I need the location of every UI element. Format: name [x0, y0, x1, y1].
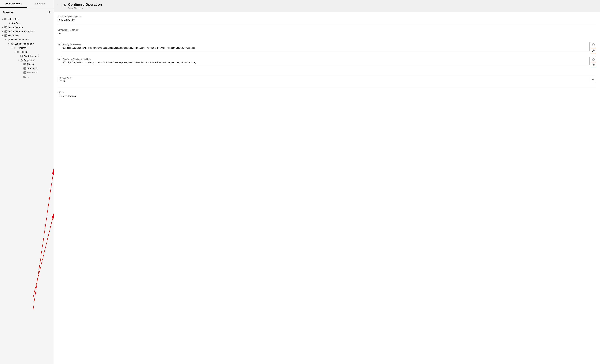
label-starttime: startTime: [11, 22, 20, 25]
tree-item-downloadfile-req[interactable]: ▶ $DownloadFile_REQUEST: [0, 29, 54, 34]
directory-value: $UnzipFile/ns10:UnzipResponse/ns11:ListF…: [63, 61, 588, 64]
chevron-unzipresponse: ▼: [5, 39, 7, 41]
tree-item-properties[interactable]: ▼ Properties *: [0, 58, 54, 62]
label-downloadfile: $DownloadFile: [8, 26, 23, 29]
svg-rect-7: [6, 30, 7, 32]
tree-item-directory[interactable]: abc directory *: [0, 66, 54, 71]
label-filetype: filetype *: [27, 63, 36, 66]
svg-point-16: [19, 51, 20, 51]
remove-trailer-select[interactable]: Remove Trailer None ▼: [58, 76, 596, 83]
svg-rect-6: [5, 30, 6, 32]
config-file-ref-group: Configure File Reference No: [58, 29, 596, 34]
remove-trailer-label: Remove Trailer: [60, 77, 588, 79]
sources-header: Sources: [0, 8, 54, 17]
tree-item-filetype[interactable]: abc filetype *: [0, 62, 54, 66]
label-icsfile: ICSFile: [21, 51, 28, 53]
sources-title: Sources: [2, 11, 14, 14]
file-name-box[interactable]: Specify the File Name $UnzipFile/ns10:Un…: [61, 42, 590, 51]
file-name-value: $UnzipFile/ns10:UnzipResponse/ns12:ListF…: [63, 46, 588, 49]
chevron-downloadfile-req: ▶: [1, 31, 4, 32]
divider1: [58, 25, 596, 25]
file-name-icons: [591, 42, 596, 54]
icon-downloadfile-req: [4, 30, 7, 33]
file-name-field-label: Specify the File Name: [63, 44, 588, 46]
label-listfilesresponse: ListFilesResponse *: [14, 43, 34, 45]
header-icon: [61, 2, 66, 8]
label-filename: filename *: [27, 71, 37, 74]
stage-op-value: Read Entire File: [58, 18, 596, 21]
diamond-btn-directory[interactable]: [591, 57, 596, 62]
icon-unzipresponse: [7, 38, 10, 41]
right-panel: ⋮ Configure Operation Stage File action …: [54, 0, 600, 364]
icon-starttime: ⏱: [7, 22, 10, 25]
svg-rect-3: [6, 18, 7, 20]
config-header: ⋮ Configure Operation Stage File action: [54, 0, 600, 12]
svg-rect-32: [62, 4, 65, 6]
svg-rect-4: [5, 27, 6, 28]
svg-rect-9: [6, 35, 7, 36]
label-unzipfile: $UnzipFile: [8, 34, 19, 37]
drag-handle: ⋮: [56, 2, 59, 7]
tree-item-filereference[interactable]: abc FileReference *: [0, 54, 54, 58]
chevron-listfilesresponse: ▼: [8, 43, 10, 45]
directory-icons: [591, 57, 596, 68]
stage-op-group: Choose Stage File Operation Read Entire …: [58, 16, 596, 21]
tree-item-unzipfile[interactable]: ▼ $UnzipFile: [0, 34, 54, 38]
svg-text:abc: abc: [24, 64, 26, 65]
config-body: Choose Stage File Operation Read Entire …: [54, 12, 600, 101]
chevron-unzipfile: ▼: [1, 35, 4, 36]
left-panel: Input sources Functions Sources ▼ schedu…: [0, 0, 54, 364]
label-schedule: schedule *: [8, 18, 18, 20]
diamond-btn-filename[interactable]: [591, 42, 596, 47]
icon-filename: abc: [23, 71, 26, 74]
remove-trailer-value: None: [60, 79, 588, 82]
icon-downloadfile: [4, 26, 7, 29]
tab-functions[interactable]: Functions: [27, 0, 54, 8]
svg-line-1: [49, 13, 50, 13]
tree-item-listfilesresponse[interactable]: ▼ ListFilesResponse *: [0, 42, 54, 46]
tree-item-starttime[interactable]: ⏱ startTime: [0, 21, 54, 25]
icon-more: abc: [23, 75, 26, 78]
svg-rect-13: [17, 51, 18, 53]
icon-schedule: [4, 18, 7, 20]
header-subtitle: Stage File action: [68, 7, 102, 9]
config-file-ref-label: Configure File Reference: [58, 29, 596, 31]
stage-op-label: Choose Stage File Operation: [58, 16, 596, 18]
remove-trailer-arrow[interactable]: ▼: [590, 76, 596, 83]
svg-marker-35: [592, 58, 595, 60]
tree-item-filelist[interactable]: ▼ FileList *: [0, 46, 54, 50]
source-tree: ▼ schedule * ⏱ startTime ▶ $DownloadFile…: [0, 17, 54, 364]
tree-item-downloadfile[interactable]: ▶ $DownloadFile: [0, 25, 54, 29]
tabs: Input sources Functions: [0, 0, 54, 8]
x-label-filename: (x): [58, 42, 60, 46]
tree-item-more[interactable]: abc ...: [0, 75, 54, 79]
label-downloadfile-req: $DownloadFile_REQUEST: [8, 30, 35, 33]
svg-text:abc: abc: [21, 55, 23, 57]
wrench-btn-filename[interactable]: [591, 48, 596, 54]
icon-properties: [20, 59, 23, 62]
svg-text:abc: abc: [24, 76, 26, 77]
chevron-filelist: ▼: [11, 47, 13, 49]
tree-item-filename[interactable]: abc filename *: [0, 71, 54, 75]
chevron-schedule: ▼: [1, 18, 4, 20]
directory-field-label: Specify the Directory to read from: [63, 58, 588, 60]
wrench-btn-directory[interactable]: [591, 63, 596, 68]
label-directory: directory *: [27, 67, 37, 70]
svg-marker-19: [20, 59, 23, 61]
svg-marker-10: [8, 39, 10, 41]
directory-box[interactable]: Specify the Directory to read from $Unzi…: [61, 57, 590, 65]
search-button[interactable]: [47, 10, 51, 15]
tab-input-sources[interactable]: Input sources: [0, 0, 27, 8]
svg-marker-12: [14, 47, 16, 49]
chevron-downloadfile: ▶: [1, 27, 4, 28]
remove-trailer-group: Remove Trailer None ▼: [58, 76, 596, 83]
tree-item-schedule[interactable]: ▼ schedule *: [0, 17, 54, 21]
chevron-properties: ▼: [17, 59, 20, 61]
divider3: [58, 72, 596, 72]
icon-filetype: abc: [23, 63, 26, 66]
label-properties: Properties *: [24, 59, 36, 62]
tree-item-icsfile[interactable]: ▼ ICSFile: [0, 50, 54, 54]
decrypt-content-checkbox[interactable]: [58, 95, 60, 97]
svg-point-0: [48, 11, 50, 13]
tree-item-unzipresponse[interactable]: ▼ UnzipResponse *: [0, 38, 54, 42]
